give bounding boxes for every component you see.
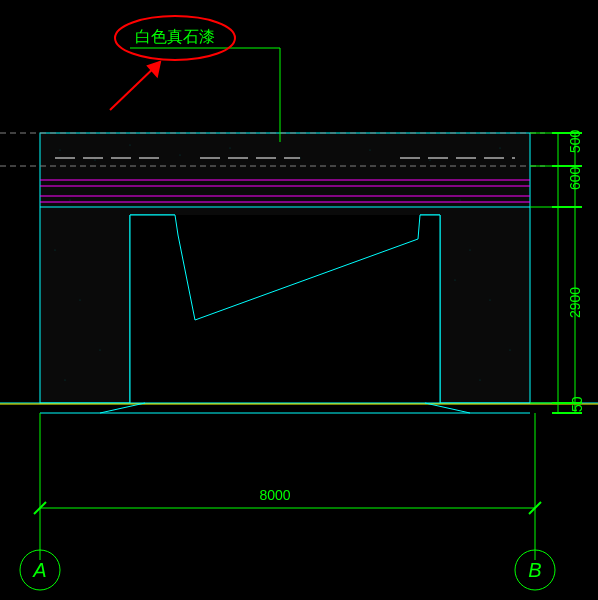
svg-point-3: [179, 154, 180, 155]
svg-point-18: [69, 199, 70, 200]
svg-point-4: [229, 147, 230, 148]
dim-600: 600: [567, 166, 583, 190]
svg-point-2: [129, 144, 130, 145]
svg-point-1: [94, 159, 95, 160]
svg-point-17: [454, 279, 455, 280]
svg-point-12: [64, 379, 65, 380]
highlight-arrow-head: [148, 62, 160, 76]
svg-point-15: [509, 349, 510, 350]
bubble-b-text: B: [528, 559, 541, 581]
svg-point-0: [59, 149, 60, 150]
opening-mask: [130, 215, 440, 403]
dim-50: 50: [569, 396, 585, 412]
leader-line: [130, 48, 280, 142]
svg-point-13: [469, 249, 470, 250]
bubble-a-text: A: [32, 559, 46, 581]
drawing-svg: 500 600 2900 50 8000 A B 白色真石漆: [0, 0, 598, 600]
svg-point-6: [369, 149, 370, 150]
svg-point-19: [459, 199, 460, 200]
svg-point-8: [499, 147, 500, 148]
svg-point-11: [99, 349, 100, 350]
svg-point-7: [429, 159, 430, 160]
dim-8000: 8000: [259, 487, 290, 503]
svg-point-16: [479, 379, 480, 380]
svg-point-14: [489, 299, 490, 300]
dim-500: 500: [567, 129, 583, 153]
svg-point-9: [54, 249, 55, 250]
annotation-label: 白色真石漆: [135, 28, 215, 45]
svg-point-10: [79, 299, 80, 300]
cad-viewport[interactable]: 500 600 2900 50 8000 A B 白色真石漆: [0, 0, 598, 600]
dim-2900: 2900: [567, 287, 583, 318]
